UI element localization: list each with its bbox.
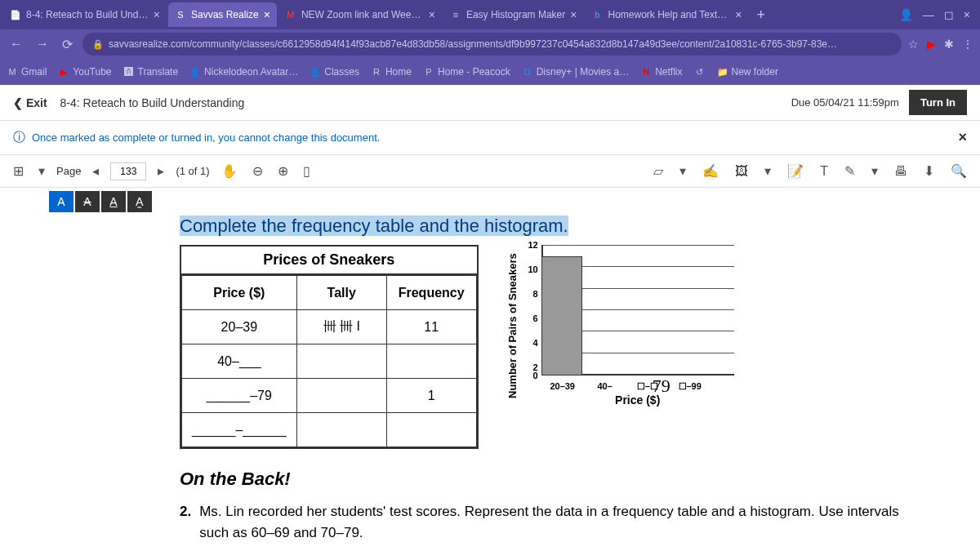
x-axis-label: Price ($)	[541, 393, 734, 407]
close-window-icon[interactable]: ×	[964, 8, 970, 21]
back-button[interactable]: ←	[7, 33, 26, 55]
underline-button[interactable]: A	[101, 191, 126, 212]
chevron-down-icon[interactable]: ▾	[761, 160, 774, 182]
bookmark-folder[interactable]: 📁New folder	[717, 66, 778, 78]
address-bar: ← → ⟳ 🔒 savvasrealize.com/community/clas…	[0, 29, 980, 59]
tab-favicon: ≡	[450, 9, 461, 20]
table-title: Prices of Sneakers	[181, 247, 477, 275]
tab-title: 8-4: Reteach to Build Understa	[26, 9, 149, 20]
bar	[541, 256, 582, 375]
frequency-table: Prices of Sneakers Price ($) Tally Frequ…	[180, 245, 479, 449]
close-icon[interactable]: ×	[154, 8, 160, 21]
tab-favicon: b	[591, 9, 603, 20]
zoom-in-icon[interactable]: ⊕	[274, 160, 292, 182]
tab-favicon: M	[285, 9, 296, 20]
tab-title: Homework Help and Textboo	[608, 9, 730, 20]
tab-favicon: S	[175, 9, 186, 20]
image-icon[interactable]: 🖼	[732, 161, 751, 182]
browser-tab[interactable]: M NEW Zoom link and Week 4 - ×	[278, 2, 442, 27]
menu-icon[interactable]: ⋮	[962, 38, 973, 51]
signature-icon[interactable]: ✍	[699, 160, 722, 182]
peacock-icon: P	[423, 66, 434, 78]
minimize-icon[interactable]: —	[923, 8, 934, 21]
text-button[interactable]: A	[49, 191, 74, 212]
tab-favicon: 📄	[10, 9, 21, 20]
print-icon[interactable]: 🖶	[891, 161, 911, 182]
page-total: (1 of 1)	[176, 165, 209, 177]
y-tick: 4	[522, 338, 538, 348]
bookmark-youtube[interactable]: ▶YouTube	[58, 66, 111, 78]
close-icon[interactable]: ×	[958, 129, 967, 146]
close-icon[interactable]: ×	[264, 8, 270, 21]
browser-tab[interactable]: b Homework Help and Textboo ×	[585, 2, 748, 27]
table-row: ______–______	[182, 413, 477, 447]
text-icon[interactable]: T	[817, 161, 831, 182]
browser-tab[interactable]: S Savvas Realize ×	[168, 2, 277, 27]
bookmark-disney[interactable]: DDisney+ | Movies a…	[522, 66, 630, 78]
new-tab-button[interactable]: +	[750, 7, 772, 24]
highlight-icon[interactable]: ▱	[650, 160, 666, 182]
bookmark-translate[interactable]: 🅰Translate	[123, 66, 179, 78]
table-row: 40–___	[182, 344, 477, 379]
tab-title: Savvas Realize	[191, 9, 259, 20]
bookmark-gmail[interactable]: MGmail	[7, 66, 47, 78]
hand-icon[interactable]: ✋	[218, 160, 241, 182]
close-icon[interactable]: ×	[429, 8, 435, 21]
bookmark-netflix[interactable]: NNetflix	[640, 66, 682, 78]
folder-icon: 📁	[717, 66, 728, 78]
text-format-toolbar: A A A A̰	[0, 188, 980, 216]
turn-in-button[interactable]: Turn In	[909, 90, 967, 115]
netflix-icon: N	[640, 66, 652, 78]
instruction-text[interactable]: Complete the frequency table and the his…	[180, 216, 568, 236]
zoom-out-icon[interactable]: ⊖	[249, 160, 266, 182]
warning-text: Once marked as complete or turned in, yo…	[32, 131, 380, 144]
due-date: Due 05/04/21 11:59pm	[791, 96, 899, 109]
y-axis-label: Number of Pairs of Sneakers	[503, 245, 522, 407]
page-input[interactable]	[110, 162, 146, 180]
fit-page-icon[interactable]: ▯	[300, 160, 314, 182]
reload-button[interactable]: ⟳	[59, 33, 76, 56]
pdf-toolbar: ⊞ ▾ Page ◂ ▸ (1 of 1) ✋ ⊖ ⊕ ▯ ▱ ▾ ✍ 🖼 ▾ …	[0, 155, 980, 188]
close-icon[interactable]: ×	[735, 8, 742, 21]
history-icon: ↺	[694, 66, 706, 78]
tab-title: Easy Histogram Maker	[466, 9, 565, 20]
y-tick: 6	[522, 313, 538, 323]
question-text: Ms. Lin recorded her students' test scor…	[199, 501, 931, 543]
extension-icon[interactable]: ▶	[927, 38, 936, 51]
y-tick: 10	[522, 264, 538, 274]
close-icon[interactable]: ×	[570, 8, 577, 21]
col-header: Tally	[296, 276, 386, 310]
chevron-down-icon[interactable]: ▾	[676, 160, 689, 182]
bookmark-history[interactable]: ↺	[694, 66, 706, 78]
chevron-down-icon[interactable]: ▾	[868, 160, 881, 182]
prev-page-icon[interactable]: ◂	[89, 160, 102, 182]
search-icon[interactable]: 🔍	[947, 160, 970, 182]
download-icon[interactable]: ⬇	[920, 160, 938, 182]
url-input[interactable]: 🔒 savvasrealize.com/community/classes/c6…	[82, 33, 902, 56]
star-icon[interactable]: ☆	[908, 38, 919, 51]
maximize-icon[interactable]: ◻	[944, 8, 954, 21]
strikethrough-button[interactable]: A	[75, 191, 100, 212]
bookmark-classes[interactable]: 👤Classes	[310, 66, 359, 78]
chevron-down-icon[interactable]: ▾	[35, 160, 48, 182]
bookmark-nickelodeon[interactable]: 👤Nickelodeon Avatar…	[189, 66, 298, 78]
browser-tab[interactable]: ≡ Easy Histogram Maker ×	[443, 2, 584, 27]
account-icon[interactable]: 👤	[899, 8, 913, 21]
note-icon[interactable]: 📝	[784, 160, 807, 182]
bookmark-home[interactable]: RHome	[371, 66, 412, 78]
browser-tab[interactable]: 📄 8-4: Reteach to Build Understa ×	[3, 2, 167, 27]
next-page-icon[interactable]: ▸	[154, 160, 167, 182]
warning-banner: ⓘ Once marked as complete or turned in, …	[0, 121, 980, 155]
x-tick: ☐–99	[669, 381, 711, 392]
assignment-header: ❮ Exit 8-4: Reteach to Build Understandi…	[0, 85, 980, 121]
draw-icon[interactable]: ✎	[841, 160, 858, 182]
forward-button[interactable]: →	[33, 33, 52, 55]
bookmark-peacock[interactable]: PHome - Peacock	[423, 66, 510, 78]
y-tick: 8	[522, 289, 538, 299]
squiggle-button[interactable]: A̰	[127, 191, 152, 212]
document-content: Complete the frequency table and the his…	[0, 216, 980, 551]
thumbnails-icon[interactable]: ⊞	[10, 160, 27, 182]
puzzle-icon[interactable]: ✱	[944, 38, 954, 51]
exit-button[interactable]: ❮ Exit	[13, 96, 47, 109]
table-row: 20–39 卌 卌 I 11	[182, 310, 477, 344]
